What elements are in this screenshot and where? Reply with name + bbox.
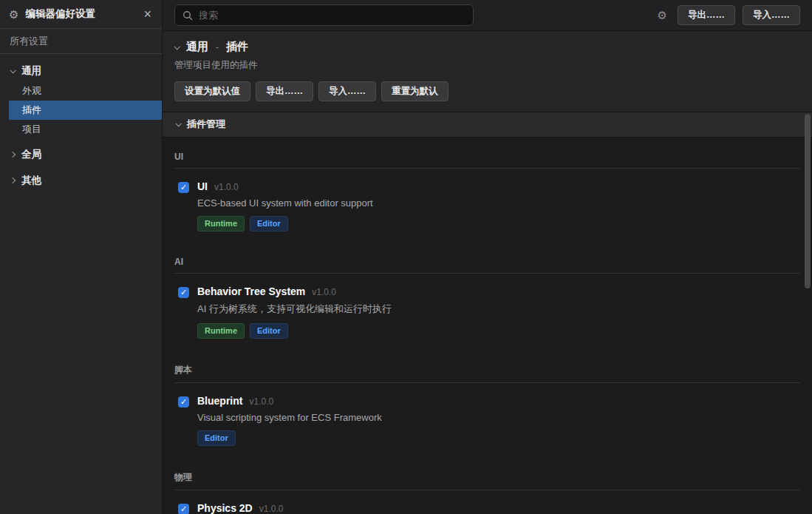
plugin-item-physics-2d: ✓ Physics 2D v1.0.0 Deterministic 2D phy…: [174, 490, 800, 514]
plugin-body: Blueprint v1.0.0 Visual scripting system…: [197, 395, 382, 457]
plugin-description: ECS-based UI system with editor support: [197, 197, 373, 209]
import-settings-button[interactable]: 导入……: [318, 81, 376, 101]
section-title: 插件管理: [187, 118, 225, 131]
category-label-script: 脚本: [174, 364, 800, 383]
search-input[interactable]: [174, 4, 474, 26]
plugin-badges: Runtime Editor: [197, 216, 373, 231]
tree-group-label: 通用: [21, 64, 41, 78]
plugin-version: v1.0.0: [249, 396, 273, 407]
search-icon: [182, 10, 193, 21]
breadcrumb-separator: -: [216, 42, 219, 53]
plugin-badges: Runtime Editor: [197, 323, 392, 339]
runtime-badge: Runtime: [197, 323, 245, 339]
preferences-window: ⚙ 编辑器偏好设置 × 所有设置 通用 外观 插件 项目 全局 其他: [0, 0, 812, 514]
topbar: ⚙ 导出…… 导入……: [163, 0, 812, 31]
sidebar-item-plugins[interactable]: 插件: [9, 101, 162, 120]
check-icon: ✓: [180, 183, 187, 192]
sidebar-item-all-settings[interactable]: 所有设置: [0, 29, 162, 54]
set-default-button[interactable]: 设置为默认值: [174, 81, 250, 101]
category-label-physics: 物理: [174, 471, 800, 490]
plugin-checkbox[interactable]: ✓: [178, 182, 189, 193]
plugin-name: Physics 2D: [197, 502, 253, 514]
plugin-name: UI: [197, 180, 208, 192]
main-panel: ⚙ 导出…… 导入…… 通用 - 插件 管理项目使用的插件 设置为默认值 导出……: [163, 0, 812, 514]
page-subtitle: 管理项目使用的插件: [174, 59, 800, 72]
plugin-version: v1.0.0: [214, 182, 239, 192]
chevron-down-icon: [175, 121, 181, 126]
tree-group-other[interactable]: 其他: [0, 169, 162, 191]
plugin-body: Behavior Tree System v1.0.0 AI 行为树系统，支持可…: [197, 285, 392, 350]
check-icon: ✓: [180, 288, 187, 297]
breadcrumb[interactable]: 通用 - 插件: [174, 40, 800, 54]
settings-gear-icon[interactable]: ⚙: [658, 9, 667, 22]
plugin-item-blueprint: ✓ Blueprint v1.0.0 Visual scripting syst…: [174, 383, 800, 457]
plugin-version: v1.0.0: [259, 504, 284, 514]
runtime-badge: Runtime: [197, 216, 245, 231]
sidebar-item-appearance[interactable]: 外观: [0, 81, 162, 101]
scrollbar-thumb[interactable]: [805, 114, 811, 288]
category-label-ui: UI: [174, 152, 800, 169]
editor-badge: Editor: [250, 323, 288, 339]
close-icon[interactable]: ×: [142, 7, 153, 21]
plugin-version: v1.0.0: [312, 287, 336, 297]
export-button[interactable]: 导出……: [678, 5, 735, 25]
check-icon: ✓: [180, 398, 187, 406]
chevron-right-icon: [10, 177, 16, 183]
plugin-badges: Editor: [197, 430, 382, 446]
plugin-list: UI ✓ UI v1.0.0 ECS-based UI system with …: [163, 152, 812, 514]
plugin-description: AI 行为树系统，支持可视化编辑和运行时执行: [197, 302, 392, 316]
plugin-item-ui: ✓ UI v1.0.0 ECS-based UI system with edi…: [174, 169, 800, 243]
plugin-body: UI v1.0.0 ECS-based UI system with edito…: [197, 180, 373, 243]
check-icon: ✓: [180, 505, 187, 513]
sidebar-header: ⚙ 编辑器偏好设置 ×: [0, 0, 162, 29]
plugin-name: Behavior Tree System: [197, 285, 305, 297]
plugin-checkbox[interactable]: ✓: [178, 287, 189, 298]
editor-badge: Editor: [197, 430, 236, 446]
header-actions: 设置为默认值 导出…… 导入…… 重置为默认: [174, 81, 800, 101]
tree-group-label: 其他: [21, 174, 41, 187]
tree-group-label: 全局: [21, 148, 41, 161]
plugin-item-behavior-tree: ✓ Behavior Tree System v1.0.0 AI 行为树系统，支…: [174, 274, 800, 350]
breadcrumb-page: 插件: [226, 40, 248, 54]
window-title: 编辑器偏好设置: [25, 7, 135, 21]
breadcrumb-section: 通用: [186, 40, 208, 54]
sidebar-item-project[interactable]: 项目: [0, 120, 162, 139]
plugin-checkbox[interactable]: ✓: [178, 504, 189, 514]
chevron-down-icon: [10, 67, 16, 73]
plugin-content: 插件管理 UI ✓ UI v1.0.0 ECS-based UI system …: [163, 112, 812, 514]
category-label-ai: AI: [174, 257, 800, 274]
editor-badge: Editor: [250, 216, 288, 231]
plugin-checkbox[interactable]: ✓: [178, 396, 189, 408]
chevron-right-icon: [10, 151, 16, 157]
page-header: 通用 - 插件 管理项目使用的插件 设置为默认值 导出…… 导入…… 重置为默认: [163, 31, 812, 112]
settings-tree: 通用 外观 插件 项目 全局 其他: [0, 54, 162, 191]
search-field[interactable]: [199, 10, 465, 21]
plugin-description: Visual scripting system for ECS Framewor…: [197, 412, 382, 423]
import-button[interactable]: 导入……: [743, 5, 800, 25]
plugin-name: Blueprint: [197, 395, 242, 407]
gear-icon: ⚙: [9, 9, 18, 20]
tree-group-global[interactable]: 全局: [0, 143, 162, 165]
chevron-down-icon: [174, 44, 180, 50]
settings-sidebar: ⚙ 编辑器偏好设置 × 所有设置 通用 外观 插件 项目 全局 其他: [0, 0, 163, 514]
plugin-body: Physics 2D v1.0.0 Deterministic 2D physi…: [197, 502, 366, 514]
tree-group-general[interactable]: 通用: [0, 60, 162, 81]
reset-default-button[interactable]: 重置为默认: [381, 81, 448, 101]
export-settings-button[interactable]: 导出……: [256, 81, 313, 101]
section-plugin-management[interactable]: 插件管理: [163, 112, 812, 138]
